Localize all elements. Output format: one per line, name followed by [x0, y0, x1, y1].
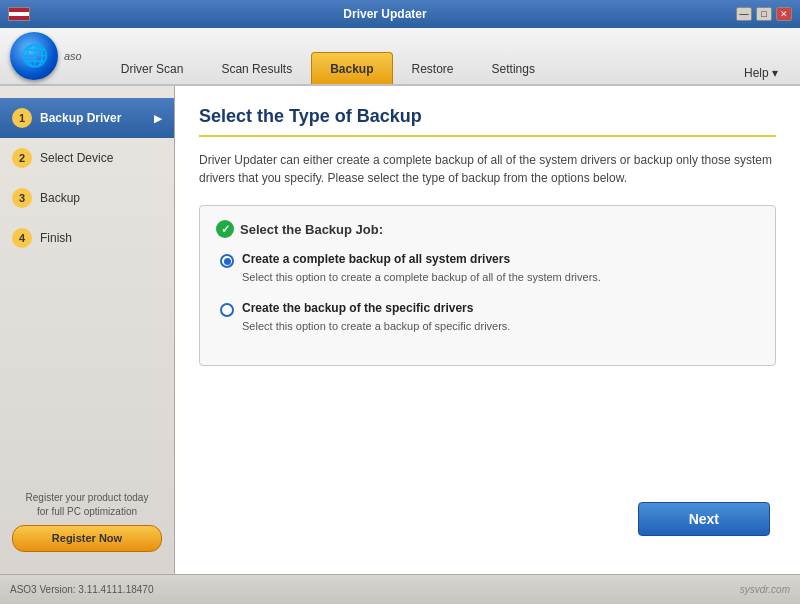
option-specific-backup[interactable]: Create the backup of the specific driver…: [216, 301, 759, 334]
watermark: sysvdr.com: [740, 584, 790, 595]
backup-job-title: ✓ Select the Backup Job:: [216, 220, 759, 238]
footer: ASO3 Version: 3.11.4111.18470 sysvdr.com: [0, 574, 800, 604]
sidebar-arrow-icon: ▶: [154, 113, 162, 124]
version-text: ASO3 Version: 3.11.4111.18470: [10, 584, 153, 595]
tab-scan-results[interactable]: Scan Results: [202, 52, 311, 84]
window-controls: — □ ✕: [736, 7, 792, 21]
app-logo: 🌐: [10, 32, 58, 80]
content-description: Driver Updater can either create a compl…: [199, 151, 776, 187]
maximize-button[interactable]: □: [756, 7, 772, 21]
backup-job-box: ✓ Select the Backup Job: Create a comple…: [199, 205, 776, 366]
sidebar: 1 Backup Driver ▶ 2 Select Device 3 Back…: [0, 86, 175, 574]
sidebar-promo: Register your product todayfor full PC o…: [0, 481, 174, 562]
step-3-badge: 3: [12, 188, 32, 208]
title-bar: Driver Updater — □ ✕: [0, 0, 800, 28]
option-complete-sublabel: Select this option to create a complete …: [242, 270, 759, 285]
sidebar-item-select-device[interactable]: 2 Select Device: [0, 138, 174, 178]
page-title: Select the Type of Backup: [199, 106, 776, 137]
main-container: 1 Backup Driver ▶ 2 Select Device 3 Back…: [0, 86, 800, 574]
sidebar-label-backup: Backup: [40, 191, 80, 205]
step-1-badge: 1: [12, 108, 32, 128]
tab-restore[interactable]: Restore: [393, 52, 473, 84]
step-2-badge: 2: [12, 148, 32, 168]
sidebar-item-backup[interactable]: 3 Backup: [0, 178, 174, 218]
help-button[interactable]: Help ▾: [732, 62, 790, 84]
step-4-badge: 4: [12, 228, 32, 248]
promo-text: Register your product todayfor full PC o…: [26, 492, 149, 517]
option-complete-label: Create a complete backup of all system d…: [242, 252, 510, 266]
content-area: Select the Type of Backup Driver Updater…: [175, 86, 800, 574]
tab-backup[interactable]: Backup: [311, 52, 392, 84]
logo-area: 🌐 aso: [10, 32, 82, 80]
sidebar-label-finish: Finish: [40, 231, 72, 245]
radio-complete-backup[interactable]: [220, 254, 234, 268]
flag-icon: [8, 7, 30, 21]
nav-tabs: Driver Scan Scan Results Backup Restore …: [92, 28, 790, 84]
option-complete-backup-row: Create a complete backup of all system d…: [220, 252, 759, 268]
minimize-button[interactable]: —: [736, 7, 752, 21]
green-check-icon: ✓: [216, 220, 234, 238]
close-button[interactable]: ✕: [776, 7, 792, 21]
register-button[interactable]: Register Now: [12, 525, 162, 552]
option-specific-label: Create the backup of the specific driver…: [242, 301, 473, 315]
sidebar-label-backup-driver: Backup Driver: [40, 111, 121, 125]
backup-job-title-text: Select the Backup Job:: [240, 222, 383, 237]
option-complete-backup[interactable]: Create a complete backup of all system d…: [216, 252, 759, 285]
radio-specific-backup[interactable]: [220, 303, 234, 317]
header: 🌐 aso Driver Scan Scan Results Backup Re…: [0, 28, 800, 86]
tab-settings[interactable]: Settings: [473, 52, 554, 84]
app-title: Driver Updater: [34, 7, 736, 21]
sidebar-item-finish[interactable]: 4 Finish: [0, 218, 174, 258]
sidebar-item-backup-driver[interactable]: 1 Backup Driver ▶: [0, 98, 174, 138]
sidebar-label-select-device: Select Device: [40, 151, 113, 165]
option-specific-sublabel: Select this option to create a backup of…: [242, 319, 759, 334]
aso-label: aso: [64, 50, 82, 62]
tab-driver-scan[interactable]: Driver Scan: [102, 52, 203, 84]
option-specific-backup-row: Create the backup of the specific driver…: [220, 301, 759, 317]
next-button[interactable]: Next: [638, 502, 770, 536]
